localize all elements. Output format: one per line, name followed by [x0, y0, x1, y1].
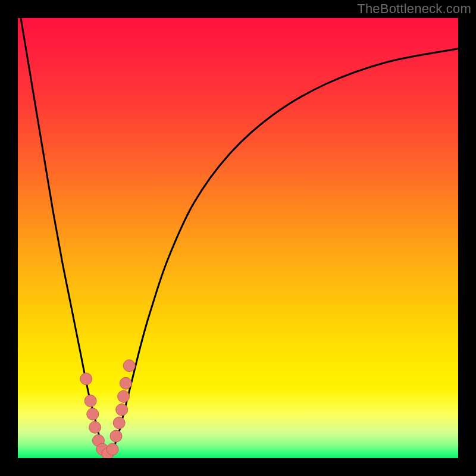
plot-area — [18, 18, 458, 458]
data-marker — [118, 390, 130, 402]
data-marker — [80, 373, 92, 385]
data-marker — [89, 421, 101, 433]
watermark-text: TheBottleneck.com — [357, 1, 471, 17]
data-marker — [87, 408, 99, 420]
curve-layer — [18, 18, 458, 458]
data-marker — [120, 377, 131, 389]
data-marker — [107, 443, 118, 455]
chart-frame: TheBottleneck.com — [0, 0, 476, 476]
data-marker — [123, 360, 135, 372]
data-marker — [110, 430, 122, 442]
data-marker — [84, 395, 96, 407]
data-marker — [113, 417, 125, 429]
data-marker — [116, 404, 128, 416]
bottleneck-curve — [18, 18, 458, 455]
